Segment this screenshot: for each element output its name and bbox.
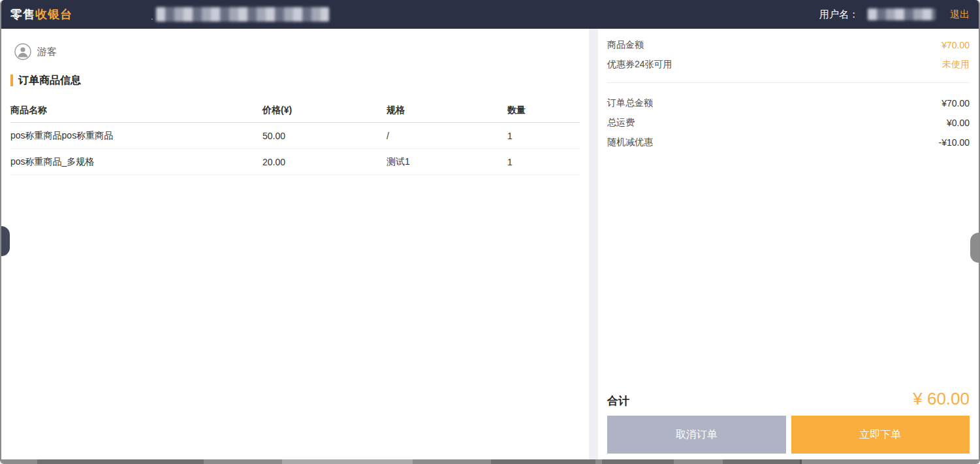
left-drawer-handle[interactable] xyxy=(1,226,10,256)
bottom-edge-segment xyxy=(37,459,204,464)
table-row[interactable]: pos称重商品_多规格 20.00 测试1 1 xyxy=(10,149,580,175)
goods-amount-label: 商品金额 xyxy=(607,39,644,51)
total-label: 合计 xyxy=(607,393,629,408)
shipping-label: 总运费 xyxy=(607,117,635,129)
customer-row[interactable]: 游客 xyxy=(10,38,580,61)
cell-price: 50.00 xyxy=(262,131,387,141)
header-spec: 规格 xyxy=(387,105,507,116)
total-row: 合计 ¥ 60.00 xyxy=(607,385,970,416)
total-amount: ¥ 60.00 xyxy=(913,389,970,409)
checkout-panel: 商品金额 ¥70.00 优惠券24张可用 未使用 订单总金额 ¥70.00 总运… xyxy=(598,29,979,459)
bottom-edge-segment xyxy=(723,459,800,464)
bottom-edge-segment xyxy=(800,459,802,464)
app-title: 零售收银台 xyxy=(10,7,72,22)
summary-top-group: 商品金额 ¥70.00 优惠券24张可用 未使用 xyxy=(607,29,970,78)
cell-spec: 测试1 xyxy=(387,156,507,168)
summary-detail-group: 订单总金额 ¥70.00 总运费 ¥0.00 随机减优惠 -¥10.00 xyxy=(607,87,970,156)
table-header-row: 商品名称 价格(¥) 规格 数量 xyxy=(10,98,580,123)
summary-row-goods-amount: 商品金额 ¥70.00 xyxy=(607,35,970,55)
top-bar: 零售收银台 . 用户名： 退出 xyxy=(1,0,979,29)
summary-row-random-discount: 随机减优惠 -¥10.00 xyxy=(607,133,970,152)
bottom-edge xyxy=(1,459,979,464)
coupon-label: 优惠券24张可用 xyxy=(607,59,672,71)
order-total-value: ¥70.00 xyxy=(941,98,970,108)
place-order-button[interactable]: 立即下单 xyxy=(791,416,970,454)
store-name: . xyxy=(151,7,329,22)
shipping-value: ¥0.00 xyxy=(947,118,970,128)
store-name-redacted xyxy=(156,7,329,22)
random-discount-value: -¥10.00 xyxy=(939,137,970,148)
cell-quantity: 1 xyxy=(507,157,580,167)
username-redacted xyxy=(868,8,936,20)
order-panel: 游客 订单商品信息 商品名称 价格(¥) 规格 数量 pos称重商品pos称重商… xyxy=(1,29,589,459)
bottom-edge-segment xyxy=(491,459,595,464)
header-price: 价格(¥) xyxy=(262,105,387,116)
cell-spec: / xyxy=(387,131,507,141)
app-title-suffix: 收银台 xyxy=(35,8,72,21)
store-name-prefix: . xyxy=(151,12,153,22)
right-drawer-handle[interactable] xyxy=(970,233,979,263)
order-total-label: 订单总金额 xyxy=(607,97,653,109)
summary-divider xyxy=(607,82,970,83)
goods-table: 商品名称 价格(¥) 规格 数量 pos称重商品pos称重商品 50.00 / … xyxy=(10,98,580,175)
cancel-order-button[interactable]: 取消订单 xyxy=(607,416,786,454)
spacer xyxy=(607,156,970,385)
logout-button[interactable]: 退出 xyxy=(950,8,970,21)
main-area: 游客 订单商品信息 商品名称 价格(¥) 规格 数量 pos称重商品pos称重商… xyxy=(1,29,979,459)
username-label: 用户名： xyxy=(819,8,859,21)
header-product-name: 商品名称 xyxy=(10,105,262,116)
header-quantity: 数量 xyxy=(507,105,580,116)
pos-window: 零售收银台 . 用户名： 退出 游客 订单商品信息 xyxy=(0,0,980,464)
cell-quantity: 1 xyxy=(507,131,580,141)
top-bar-right: 用户名： 退出 xyxy=(819,8,970,21)
cell-product-name: pos称重商品_多规格 xyxy=(10,156,262,168)
summary-row-shipping: 总运费 ¥0.00 xyxy=(607,113,970,133)
actions-row: 取消订单 立即下单 xyxy=(607,416,970,459)
goods-amount-value: ¥70.00 xyxy=(941,40,970,50)
cell-product-name: pos称重商品pos称重商品 xyxy=(10,130,262,142)
bottom-edge-segment xyxy=(602,459,674,464)
cell-price: 20.00 xyxy=(262,157,387,167)
order-items-title: 订单商品信息 xyxy=(10,75,580,86)
panel-gutter xyxy=(589,29,598,459)
random-discount-label: 随机减优惠 xyxy=(607,137,653,148)
coupon-status: 未使用 xyxy=(942,59,970,71)
table-row[interactable]: pos称重商品pos称重商品 50.00 / 1 xyxy=(10,123,580,149)
summary-row-coupon[interactable]: 优惠券24张可用 未使用 xyxy=(607,55,970,75)
summary-row-order-total: 订单总金额 ¥70.00 xyxy=(607,93,970,113)
bottom-edge-segment xyxy=(282,459,413,464)
app-title-prefix: 零售 xyxy=(10,8,35,21)
guest-avatar-icon xyxy=(14,43,31,60)
customer-name: 游客 xyxy=(37,46,57,58)
